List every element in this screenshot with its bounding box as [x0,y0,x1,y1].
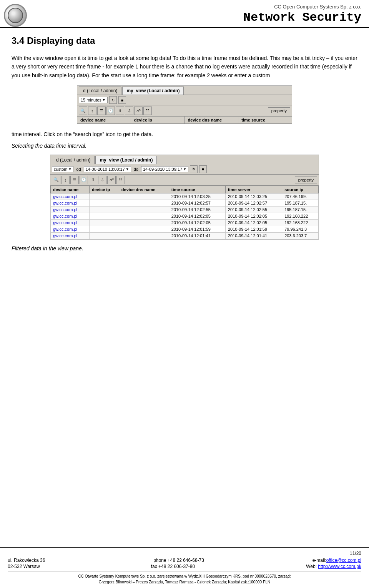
ss2-od-label: od [75,167,82,172]
table-cell: 203.6.203.7 [282,232,319,239]
header-title-area: CC Open Computer Systems Sp. z o.o. Netw… [35,4,361,27]
ss2-icon-search[interactable]: 🔍 [52,176,60,184]
table-cell: 2010-09-14 12:02:55 [169,206,225,213]
table-cell [119,219,169,226]
logo-circle [4,4,27,27]
footer-row-1: ul. Rakowiecka 36 phone +48 22 646-68-73… [8,558,361,563]
ss1-icon-graph[interactable]: ☷ [143,107,152,115]
table-cell: gw.cc.com.pl [51,232,90,239]
ss2-refresh-btn[interactable]: ↻ [190,165,198,173]
ss2-icon-down[interactable]: ⇩ [98,176,106,184]
ss2-toolbar-row: custom ▼ od 14-08-2010 13:08:17 ▼ do 14-… [50,164,319,175]
ss1-icon-filter[interactable]: ☍ [134,107,143,115]
screenshot-2: d (Local / admin) my_view (Local / admin… [50,155,319,240]
ss2-stop-btn[interactable]: ■ [199,165,207,173]
paragraph-1b: time interval. Click on the “search logs… [12,130,357,138]
section-title: 3.4 Displaying data [12,35,357,46]
ss2-data-table: device name device ip device dns name ti… [50,186,319,239]
table-cell: 2010-09-14 12:01:59 [225,226,282,232]
ss2-do-label: do [133,167,140,172]
table-cell: 2010-09-14 12:02:05 [225,213,282,219]
ss2-date-from-arrow-icon: ▼ [126,167,129,171]
screenshot-1: d (Local / admin) my_view (Local / admin… [77,85,292,124]
ss1-col-device-name: device name [77,117,131,123]
table-cell [119,200,169,206]
table-row: gw.cc.com.pl2010-09-14 12:02:052010-09-1… [51,219,319,226]
table-row: gw.cc.com.pl2010-09-14 12:03:252010-09-1… [51,193,319,200]
ss1-table-header: device name device ip device dns name ti… [77,117,292,124]
table-cell [90,213,119,219]
ss1-icon-clock[interactable]: 🕐 [106,107,115,115]
ss2-dropdown-arrow-icon: ▼ [68,167,71,171]
table-row: gw.cc.com.pl2010-09-14 12:02:052010-09-1… [51,213,319,219]
ss2-icon-filter[interactable]: ☍ [107,176,116,184]
footer: 11/20 ul. Rakowiecka 36 phone +48 22 646… [0,547,369,588]
ss1-tab-bar: d (Local / admin) my_view (Local / admin… [77,86,292,95]
table-cell: 192.168.222 [282,213,319,219]
page-number: 11/20 [8,551,361,556]
ss2-col-device-dns: device dns name [119,186,169,193]
ss2-col-time-source: time source [169,186,225,193]
ss1-icon-list[interactable]: ☰ [97,107,106,115]
ss2-col-time-server: time server [225,186,282,193]
ss2-tab-1[interactable]: d (Local / admin) [52,156,95,164]
table-cell: gw.cc.com.pl [51,193,90,200]
ss1-icon-up[interactable]: ⇧ [116,107,124,115]
caption-2: Filtered data in the view pane. [12,245,357,252]
ss2-icon-clock[interactable]: 🕐 [80,176,88,184]
caption-1: Selecting the data time interval. [12,143,357,149]
ss1-stop-btn[interactable]: ■ [118,96,126,104]
table-cell [119,226,169,232]
footer-phone: phone +48 22 646-68-73 [153,558,204,563]
ss1-toolbar-row: 15 minutes ▼ ↻ ■ [77,95,292,105]
table-cell: 207.46.199. [282,193,319,200]
table-cell [90,226,119,232]
footer-web-link[interactable]: http://www.cc.com.pl/ [318,564,361,569]
header: CC Open Computer Systems Sp. z o.o. Netw… [0,0,369,28]
ss2-icon-graph[interactable]: ☷ [116,176,125,184]
table-cell: gw.cc.com.pl [51,213,90,219]
ss2-property-btn[interactable]: property [295,177,317,183]
table-cell [90,193,119,200]
table-cell [119,206,169,213]
ss1-time-dropdown[interactable]: 15 minutes ▼ [79,97,108,103]
ss1-icon-down[interactable]: ⇩ [125,107,133,115]
footer-email-link[interactable]: office@cc.com.pl [326,558,361,563]
table-cell: 2010-09-14 12:01:41 [169,232,225,239]
table-cell: 195.187.15. [282,200,319,206]
ss2-date-to-arrow-icon: ▼ [183,167,186,171]
ss1-tab-1[interactable]: d (Local / admin) [79,87,121,95]
table-cell [90,219,119,226]
table-row: gw.cc.com.pl2010-09-14 12:01:592010-09-1… [51,226,319,232]
table-cell: 2010-09-14 12:01:59 [169,226,225,232]
ss2-icon-sort[interactable]: ↕ [61,176,70,184]
table-cell: 2010-09-14 12:02:05 [169,219,225,226]
ss2-col-device-name: device name [51,186,90,193]
table-cell: gw.cc.com.pl [51,219,90,226]
ss2-tab-2[interactable]: my_view (Local / admin) [95,156,157,164]
footer-email: e-mail:office@cc.com.pl [312,558,361,563]
ss2-icon-list[interactable]: ☰ [70,176,79,184]
company-name: CC Open Computer Systems Sp. z o.o. [35,4,361,10]
logo-inner [8,8,23,23]
table-cell: 2010-09-14 12:02:57 [169,200,225,206]
ss2-date-from[interactable]: 14-08-2010 13:08:17 ▼ [84,166,131,172]
table-cell: 79.96.241.3 [282,226,319,232]
ss1-refresh-btn[interactable]: ↻ [109,96,117,104]
table-cell [90,206,119,213]
ss2-icon-up[interactable]: ⇧ [89,176,97,184]
table-cell: 2010-09-14 12:01:41 [225,232,282,239]
ss1-icon-search[interactable]: 🔍 [79,107,87,115]
ss1-property-btn[interactable]: property [268,107,290,114]
table-cell: gw.cc.com.pl [51,226,90,232]
ss1-tab-2[interactable]: my_view (Local / admin) [122,87,184,95]
ss1-icons-row: 🔍 ↕ ☰ 🕐 ⇧ ⇩ ☍ ☷ property [77,105,292,117]
ss2-time-dropdown[interactable]: custom ▼ [52,166,73,172]
main-content: 3.4 Displaying data With the view window… [0,28,369,547]
dropdown-arrow-icon: ▼ [102,98,106,102]
ss1-icon-sort[interactable]: ↕ [88,107,96,115]
ss2-date-to[interactable]: 14-09-2010 13:09:17 ▼ [141,166,188,172]
table-cell [90,232,119,239]
table-cell [119,193,169,200]
paragraph-1: With the view window open it is time to … [12,54,357,80]
